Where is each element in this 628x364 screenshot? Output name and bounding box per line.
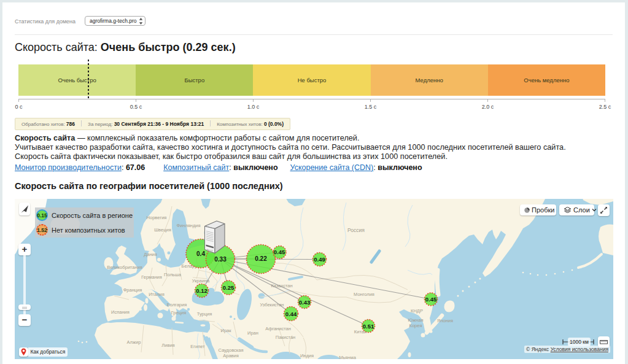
- svg-text:Польша: Польша: [164, 272, 182, 277]
- svg-text:Испания: Испания: [111, 309, 130, 315]
- svg-text:0.49: 0.49: [314, 256, 325, 263]
- svg-text:Иран: Иран: [247, 330, 258, 336]
- svg-text:Ливия: Ливия: [161, 343, 174, 348]
- svg-text:Корея: Корея: [409, 323, 422, 328]
- svg-text:Пакистан: Пакистан: [276, 335, 295, 340]
- svg-text:Россия: Россия: [347, 227, 365, 233]
- svg-text:Япония: Япония: [437, 318, 453, 323]
- svg-text:Алжир: Алжир: [127, 339, 141, 345]
- svg-text:Швеция: Швеция: [154, 227, 171, 233]
- svg-text:Казахстан: Казахстан: [271, 283, 292, 288]
- svg-text:Дания: Дания: [144, 252, 157, 257]
- svg-text:Афганистан: Афганистан: [265, 326, 291, 331]
- svg-text:Индия: Индия: [300, 353, 314, 358]
- svg-text:0.12: 0.12: [196, 287, 207, 294]
- svg-text:Италия: Италия: [149, 292, 165, 297]
- svg-text:Саудовская: Саудовская: [219, 347, 244, 353]
- svg-text:0.33: 0.33: [214, 256, 227, 263]
- svg-text:Франция: Франция: [123, 287, 142, 293]
- svg-text:Мьянма: Мьянма: [339, 355, 357, 359]
- svg-text:Болгария: Болгария: [167, 302, 187, 308]
- svg-text:Германия: Германия: [141, 274, 162, 280]
- svg-text:0.51: 0.51: [363, 323, 374, 330]
- svg-text:0.45: 0.45: [274, 249, 285, 255]
- svg-text:Ирак: Ирак: [220, 328, 231, 333]
- svg-text:Узбекистан: Узбекистан: [260, 302, 284, 308]
- svg-text:Монголия: Монголия: [354, 292, 374, 297]
- svg-text:Южная: Южная: [408, 317, 424, 323]
- svg-text:0.4: 0.4: [196, 250, 205, 257]
- svg-text:Аравия: Аравия: [223, 353, 239, 358]
- svg-text:0.44: 0.44: [285, 311, 297, 317]
- svg-text:Турция: Турция: [197, 311, 212, 317]
- svg-text:0.25: 0.25: [223, 284, 235, 291]
- svg-text:Египет: Египет: [190, 344, 205, 349]
- svg-text:Финляндия: Финляндия: [176, 223, 200, 228]
- svg-text:КНДР: КНДР: [411, 308, 423, 314]
- svg-text:0.43: 0.43: [299, 299, 311, 306]
- svg-text:Великобритания: Великобритания: [107, 265, 142, 270]
- svg-text:0.45: 0.45: [425, 296, 437, 303]
- svg-text:Норвегия: Норвегия: [147, 215, 167, 220]
- svg-text:Греция: Греция: [171, 310, 187, 316]
- svg-text:0.22: 0.22: [255, 255, 267, 262]
